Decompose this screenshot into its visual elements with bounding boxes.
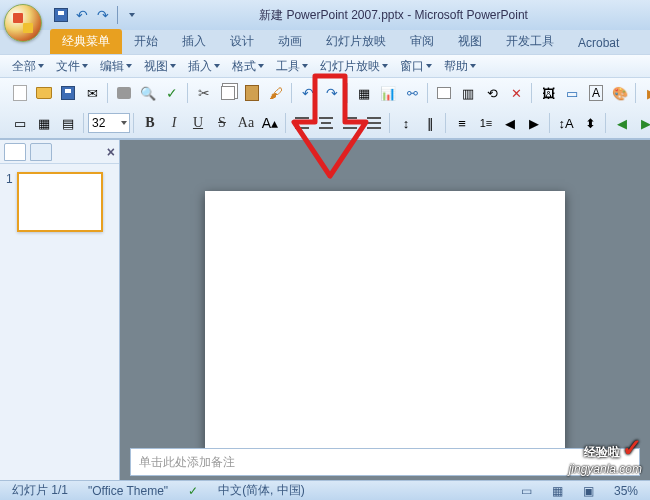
tab-home[interactable]: 开始: [122, 29, 170, 54]
indent-icon: ▶: [529, 116, 539, 131]
align-right-button[interactable]: [339, 112, 361, 134]
format-painter-button[interactable]: 🖌: [265, 82, 287, 104]
spellcheck-button[interactable]: ✓: [161, 82, 183, 104]
text-direction-button[interactable]: ↕A: [555, 112, 577, 134]
tab-developer[interactable]: 开发工具: [494, 29, 566, 54]
view-sorter-status-button[interactable]: ▦: [546, 484, 569, 498]
save-button[interactable]: [57, 82, 79, 104]
view-normal-button[interactable]: ▭: [9, 112, 31, 134]
textbox-button[interactable]: A: [585, 82, 607, 104]
open-button[interactable]: [33, 82, 55, 104]
bullets-button[interactable]: ≡: [451, 112, 473, 134]
view-slideshow-status-button[interactable]: ▣: [577, 484, 600, 498]
decrease-indent-button[interactable]: ◀: [499, 112, 521, 134]
menu-file[interactable]: 文件: [50, 55, 94, 78]
menu-slideshow[interactable]: 幻灯片放映: [314, 55, 394, 78]
tab-acrobat[interactable]: Acrobat: [566, 32, 631, 54]
demote-button[interactable]: ▶: [635, 112, 650, 134]
insert-chart-button[interactable]: 📊: [377, 82, 399, 104]
chevron-down-icon: [258, 64, 264, 68]
mail-icon: ✉: [87, 86, 98, 101]
align-center-button[interactable]: [315, 112, 337, 134]
tab-insert[interactable]: 插入: [170, 29, 218, 54]
align-left-button[interactable]: [291, 112, 313, 134]
promote-button[interactable]: ◀: [611, 112, 633, 134]
menu-tools[interactable]: 工具: [270, 55, 314, 78]
status-slide-number: 幻灯片 1/1: [6, 482, 74, 499]
view-notes-button[interactable]: ▤: [57, 112, 79, 134]
print-button[interactable]: [113, 82, 135, 104]
slides-tab[interactable]: [4, 143, 26, 161]
increase-indent-button[interactable]: ▶: [523, 112, 545, 134]
columns-button[interactable]: ‖: [419, 112, 441, 134]
numbering-button[interactable]: 1≡: [475, 112, 497, 134]
tab-design[interactable]: 设计: [218, 29, 266, 54]
menu-help[interactable]: 帮助: [438, 55, 482, 78]
view-normal-icon: ▭: [14, 116, 26, 131]
status-language[interactable]: 中文(简体, 中国): [212, 482, 311, 499]
slide-thumbnail-1[interactable]: [17, 172, 103, 232]
cut-button[interactable]: ✂: [193, 82, 215, 104]
reset-button[interactable]: ⟲: [481, 82, 503, 104]
qat-undo-button[interactable]: ↶: [73, 6, 91, 24]
slide-canvas[interactable]: [205, 191, 565, 451]
align-text-button[interactable]: ⬍: [579, 112, 601, 134]
tab-slideshow[interactable]: 幻灯片放映: [314, 29, 398, 54]
outline-tab[interactable]: [30, 143, 52, 161]
slide-edit-area[interactable]: [120, 140, 650, 481]
new-slide-button[interactable]: [433, 82, 455, 104]
insert-table-button[interactable]: ▦: [353, 82, 375, 104]
chevron-down-icon: [170, 64, 176, 68]
qat-save-button[interactable]: [52, 6, 70, 24]
picture-button[interactable]: 🖼: [537, 82, 559, 104]
qat-redo-button[interactable]: ↷: [94, 6, 112, 24]
chevron-down-icon: [126, 64, 132, 68]
layout-button[interactable]: ▥: [457, 82, 479, 104]
view-normal-status-button[interactable]: ▭: [515, 484, 538, 498]
align-justify-button[interactable]: [363, 112, 385, 134]
email-button[interactable]: ✉: [81, 82, 103, 104]
new-button[interactable]: [9, 82, 31, 104]
italic-button[interactable]: I: [163, 112, 185, 134]
tab-view[interactable]: 视图: [446, 29, 494, 54]
underline-button[interactable]: U: [187, 112, 209, 134]
print-preview-button[interactable]: 🔍: [137, 82, 159, 104]
tab-review[interactable]: 审阅: [398, 29, 446, 54]
strike-button[interactable]: S: [211, 112, 233, 134]
tab-animation[interactable]: 动画: [266, 29, 314, 54]
zoom-level[interactable]: 35%: [608, 484, 644, 498]
bold-button[interactable]: B: [139, 112, 161, 134]
menu-insert[interactable]: 插入: [182, 55, 226, 78]
font-size-up-button[interactable]: A▴: [259, 112, 281, 134]
reset-icon: ⟲: [487, 86, 498, 101]
run-slideshow-button[interactable]: ▶: [641, 82, 650, 104]
font-size-input[interactable]: 32: [88, 113, 130, 133]
shapes-button[interactable]: ▭: [561, 82, 583, 104]
view-sorter-button[interactable]: ▦: [33, 112, 55, 134]
clipart-button[interactable]: 🎨: [609, 82, 631, 104]
line-spacing-button[interactable]: ↕: [395, 112, 417, 134]
layout-icon: ▥: [462, 86, 474, 101]
office-button[interactable]: [4, 4, 42, 42]
qat-customize-button[interactable]: [123, 6, 141, 24]
copy-button[interactable]: [217, 82, 239, 104]
clipart-icon: 🎨: [612, 86, 628, 101]
notes-pane[interactable]: 单击此处添加备注: [130, 448, 640, 476]
insert-hyperlink-button[interactable]: ⚯: [401, 82, 423, 104]
close-panel-button[interactable]: ×: [107, 144, 115, 160]
delete-slide-button[interactable]: ✕: [505, 82, 527, 104]
tab-classic-menu[interactable]: 经典菜单: [50, 29, 122, 54]
status-spellcheck-icon[interactable]: ✓: [182, 484, 204, 498]
check-icon: ✓: [166, 85, 178, 101]
redo-button[interactable]: ↷: [321, 82, 343, 104]
paste-button[interactable]: [241, 82, 263, 104]
chevron-down-icon: [82, 64, 88, 68]
menu-all[interactable]: 全部: [6, 55, 50, 78]
change-case-button[interactable]: Aa: [235, 112, 257, 134]
menu-edit[interactable]: 编辑: [94, 55, 138, 78]
undo-button[interactable]: ↶: [297, 82, 319, 104]
menu-window[interactable]: 窗口: [394, 55, 438, 78]
menu-format[interactable]: 格式: [226, 55, 270, 78]
menu-view[interactable]: 视图: [138, 55, 182, 78]
save-icon: [54, 8, 68, 22]
